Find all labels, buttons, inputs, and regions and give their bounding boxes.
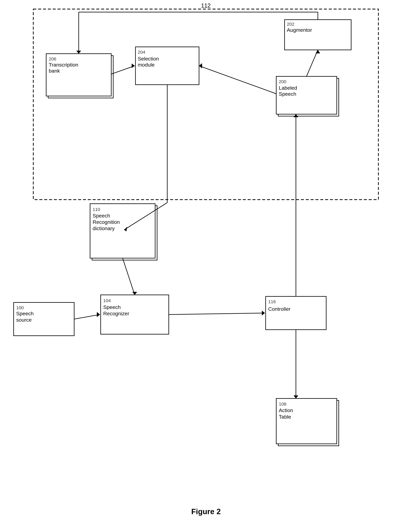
svg-text:Recognizer: Recognizer [103,311,129,316]
svg-text:110: 110 [93,207,100,212]
svg-text:source: source [16,317,32,323]
svg-text:Labeled: Labeled [279,85,297,91]
svg-line-46 [199,66,276,94]
svg-line-54 [74,314,100,319]
svg-text:116: 116 [268,299,276,304]
svg-line-48 [306,50,318,76]
svg-text:204: 204 [138,50,145,55]
svg-text:202: 202 [287,22,294,27]
svg-text:104: 104 [103,298,111,303]
svg-line-58 [169,313,265,314]
svg-text:Selection: Selection [138,56,159,62]
svg-line-41 [111,66,135,74]
svg-text:Transcription: Transcription [49,62,78,68]
svg-marker-53 [76,51,81,54]
svg-text:Speech: Speech [16,311,34,316]
svg-marker-49 [316,50,320,53]
svg-marker-42 [132,64,135,68]
diagram-container: 112 202 Augmentor 206 Transcription bank… [0,0,412,532]
svg-marker-55 [97,312,100,317]
svg-text:Figure 2: Figure 2 [191,507,221,516]
svg-text:Speech: Speech [93,213,110,218]
svg-text:dictionary: dictionary [93,226,115,231]
svg-text:Augmentor: Augmentor [287,27,312,33]
svg-text:200: 200 [279,79,286,84]
svg-text:bank: bank [49,68,60,74]
svg-text:Table: Table [279,414,291,420]
svg-text:100: 100 [16,305,24,310]
svg-text:206: 206 [49,57,56,61]
svg-text:Recognition: Recognition [93,219,120,225]
svg-text:Speech: Speech [279,91,296,97]
svg-text:112: 112 [201,2,211,9]
svg-text:Speech: Speech [103,304,121,310]
svg-marker-57 [132,292,137,295]
svg-text:module: module [138,62,155,68]
svg-marker-47 [199,63,202,68]
svg-rect-2 [284,20,351,50]
diagram-svg: 112 202 Augmentor 206 Transcription bank… [0,0,412,532]
svg-text:Action: Action [279,407,293,413]
svg-marker-61 [294,395,298,399]
svg-text:Controller: Controller [268,306,290,312]
svg-text:108: 108 [279,401,286,407]
svg-line-56 [123,258,135,295]
svg-marker-59 [262,311,265,315]
